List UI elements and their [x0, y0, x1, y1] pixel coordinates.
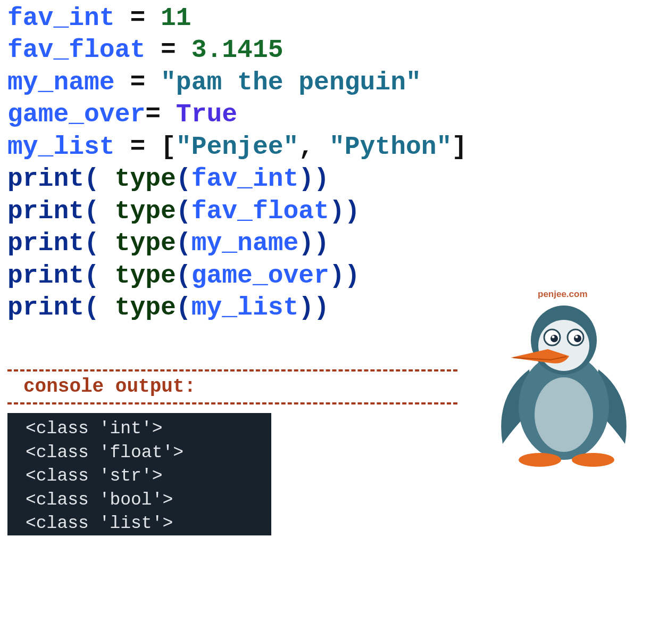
code-token: my_name: [7, 68, 115, 97]
code-token: )): [298, 293, 329, 322]
code-token: 3.1415: [191, 36, 284, 64]
code-token: )): [329, 261, 360, 290]
code-token: =: [145, 100, 176, 129]
code-token: print(: [7, 197, 115, 226]
divider-bottom: [7, 402, 457, 404]
code-token: ,: [298, 133, 329, 161]
console-line: <class 'bool'>: [26, 489, 271, 513]
code-token: "Penjee": [176, 133, 298, 161]
code-token: )): [298, 164, 329, 193]
svg-point-7: [552, 336, 555, 338]
code-token: print(: [7, 293, 115, 322]
code-token: type: [115, 197, 176, 226]
code-token: (: [176, 229, 191, 258]
console-output-box: <class 'int'><class 'float'><class 'str'…: [7, 413, 271, 535]
code-token: "pam the penguin": [161, 68, 421, 97]
divider-top: [7, 369, 457, 371]
code-token: fav_float: [7, 36, 145, 64]
console-line: <class 'str'>: [26, 465, 271, 489]
code-line: print( type(my_name)): [7, 227, 467, 259]
code-token: 11: [161, 4, 191, 32]
code-token: (: [176, 261, 191, 290]
svg-point-1: [535, 377, 593, 452]
code-token: )): [329, 197, 360, 226]
svg-point-3: [538, 320, 589, 371]
code-token: True: [176, 100, 237, 129]
code-line: print( type(my_list)): [7, 292, 467, 324]
code-token: = [: [115, 133, 176, 161]
console-line: <class 'float'>: [26, 441, 271, 465]
code-token: type: [115, 293, 176, 322]
code-line: fav_int = 11: [7, 2, 467, 34]
svg-point-6: [551, 335, 558, 342]
svg-point-12: [519, 453, 561, 467]
console-line: <class 'list'>: [26, 512, 271, 536]
code-token: type: [115, 164, 176, 193]
code-token: )): [298, 229, 329, 258]
code-token: (: [176, 197, 191, 226]
code-token: (: [176, 293, 191, 322]
code-token: type: [115, 261, 176, 290]
code-line: game_over= True: [7, 98, 467, 130]
penguin-mascot-icon: [484, 300, 644, 470]
code-line: my_list = ["Penjee", "Python"]: [7, 131, 467, 163]
watermark-text: penjee.com: [538, 289, 588, 300]
code-token: game_over: [191, 261, 329, 290]
code-line: print( type(fav_int)): [7, 163, 467, 195]
code-line: print( type(game_over)): [7, 260, 467, 292]
svg-point-11: [576, 336, 578, 338]
code-token: =: [115, 68, 161, 97]
code-line: my_name = "pam the penguin": [7, 67, 467, 98]
code-token: game_over: [7, 100, 145, 129]
code-token: =: [115, 4, 161, 32]
code-token: (: [176, 164, 191, 193]
svg-point-10: [574, 335, 581, 342]
svg-point-13: [572, 453, 614, 467]
code-token: =: [145, 36, 191, 64]
code-token: fav_int: [191, 164, 299, 193]
console-line: <class 'int'>: [26, 417, 271, 441]
code-token: type: [115, 229, 176, 258]
python-code-block: fav_int = 11fav_float = 3.1415my_name = …: [7, 2, 467, 324]
code-token: ]: [452, 133, 467, 161]
code-token: fav_float: [191, 197, 329, 226]
code-token: fav_int: [7, 4, 115, 32]
code-token: print(: [7, 164, 115, 193]
code-token: my_name: [191, 229, 299, 258]
code-token: "Python": [329, 133, 452, 161]
code-token: print(: [7, 261, 115, 290]
code-token: my_list: [191, 293, 299, 322]
code-line: print( type(fav_float)): [7, 195, 467, 227]
code-line: fav_float = 3.1415: [7, 34, 467, 66]
code-token: print(: [7, 229, 115, 258]
console-output-label: console output:: [23, 376, 196, 398]
code-token: my_list: [7, 133, 115, 161]
